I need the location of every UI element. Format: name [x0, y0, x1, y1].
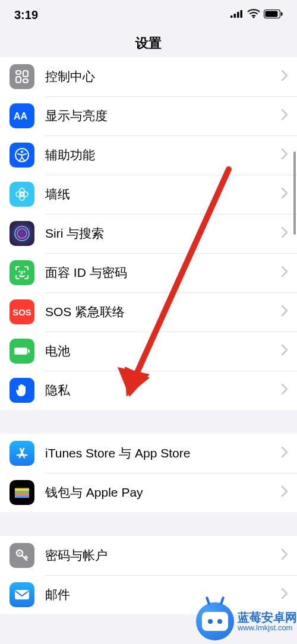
display-icon: AA [10, 103, 34, 128]
chevron-right-icon [282, 588, 287, 601]
status-indicators [230, 9, 283, 21]
key-icon [10, 543, 34, 568]
row-label: 密码与帐户 [45, 547, 282, 564]
svg-rect-3 [241, 10, 243, 18]
page-title: 设置 [0, 30, 297, 61]
row-accessibility[interactable]: 辅助功能 [0, 135, 297, 175]
row-label: Siri 与搜索 [45, 225, 282, 242]
wifi-icon [247, 9, 260, 21]
row-label: iTunes Store 与 App Store [45, 445, 282, 462]
chevron-right-icon [282, 447, 287, 460]
svg-point-22 [20, 272, 20, 272]
watermark-logo-icon [196, 602, 234, 640]
svg-rect-7 [281, 12, 283, 15]
svg-text:AA: AA [14, 111, 28, 121]
sos-icon: SOS [10, 299, 34, 324]
chevron-right-icon [282, 266, 287, 279]
group-gap [0, 512, 297, 536]
svg-rect-24 [14, 348, 27, 355]
row-faceid[interactable]: 面容 ID 与密码 [0, 253, 297, 292]
row-label: 辅助功能 [45, 147, 282, 163]
svg-point-14 [21, 151, 23, 153]
row-label: 墙纸 [45, 186, 282, 203]
svg-rect-25 [28, 349, 30, 353]
svg-rect-6 [266, 11, 278, 17]
group-gap [0, 410, 297, 434]
svg-rect-36 [15, 590, 29, 599]
chevron-right-icon [282, 149, 287, 162]
chevron-right-icon [282, 486, 287, 499]
svg-point-35 [18, 552, 20, 554]
svg-rect-2 [237, 12, 239, 18]
row-label: 显示与亮度 [45, 108, 282, 124]
watermark-title: 蓝莓安卓网 [238, 611, 297, 624]
svg-rect-1 [234, 14, 236, 18]
wallet-icon [10, 480, 34, 505]
wallpaper-icon [10, 182, 34, 207]
control-center-icon [10, 64, 34, 89]
row-display[interactable]: AA 显示与亮度 [0, 96, 297, 135]
svg-rect-32 [15, 493, 29, 495]
chevron-right-icon [282, 70, 287, 83]
chevron-right-icon [282, 188, 287, 201]
row-label: 面容 ID 与密码 [45, 264, 282, 281]
accessibility-icon [10, 143, 34, 168]
svg-rect-0 [230, 15, 233, 18]
status-bar: 3:19 [0, 0, 297, 30]
svg-rect-11 [23, 79, 28, 83]
row-label: SOS 紧急联络 [45, 304, 282, 320]
row-control-center[interactable]: 控制中心 [0, 57, 297, 96]
siri-icon [10, 221, 34, 246]
battery-row-icon [10, 339, 34, 364]
watermark-url: www.lmkjst.com [238, 624, 297, 632]
svg-rect-8 [16, 71, 21, 74]
appstore-icon [10, 441, 34, 466]
svg-point-4 [252, 16, 254, 18]
settings-group-2: iTunes Store 与 App Store 钱包与 Apple Pay [0, 434, 297, 512]
chevron-right-icon [282, 549, 287, 562]
row-label: 控制中心 [45, 68, 282, 85]
svg-rect-9 [16, 77, 21, 83]
svg-rect-31 [15, 491, 29, 493]
row-itunes[interactable]: iTunes Store 与 App Store [0, 434, 297, 473]
row-battery[interactable]: 电池 [0, 332, 297, 371]
row-label: 电池 [45, 343, 282, 359]
faceid-icon [10, 260, 34, 285]
svg-rect-30 [15, 488, 29, 491]
svg-point-23 [24, 272, 25, 272]
svg-rect-10 [23, 71, 28, 77]
row-label: 隐私 [45, 382, 282, 399]
svg-rect-33 [15, 495, 29, 498]
cellular-signal-icon [230, 10, 244, 20]
row-label: 邮件 [45, 586, 282, 603]
watermark: 蓝莓安卓网 www.lmkjst.com [196, 602, 297, 640]
row-privacy[interactable]: 隐私 [0, 371, 297, 410]
chevron-right-icon [282, 345, 287, 358]
row-label: 钱包与 Apple Pay [45, 484, 282, 501]
battery-icon [264, 10, 283, 21]
settings-group-1: 控制中心 AA 显示与亮度 辅助功能 墙纸 [0, 57, 297, 410]
chevron-right-icon [282, 305, 287, 318]
row-passwords[interactable]: 密码与帐户 [0, 536, 297, 575]
row-siri[interactable]: Siri 与搜索 [0, 214, 297, 253]
mail-icon [10, 582, 34, 607]
status-time: 3:19 [14, 8, 38, 22]
row-wallpaper[interactable]: 墙纸 [0, 175, 297, 214]
chevron-right-icon [282, 384, 287, 397]
chevron-right-icon [282, 227, 287, 240]
svg-point-21 [17, 229, 27, 238]
scroll-indicator [293, 151, 296, 235]
row-sos[interactable]: SOS SOS 紧急联络 [0, 292, 297, 332]
chevron-right-icon [282, 109, 287, 122]
row-wallet[interactable]: 钱包与 Apple Pay [0, 473, 297, 512]
